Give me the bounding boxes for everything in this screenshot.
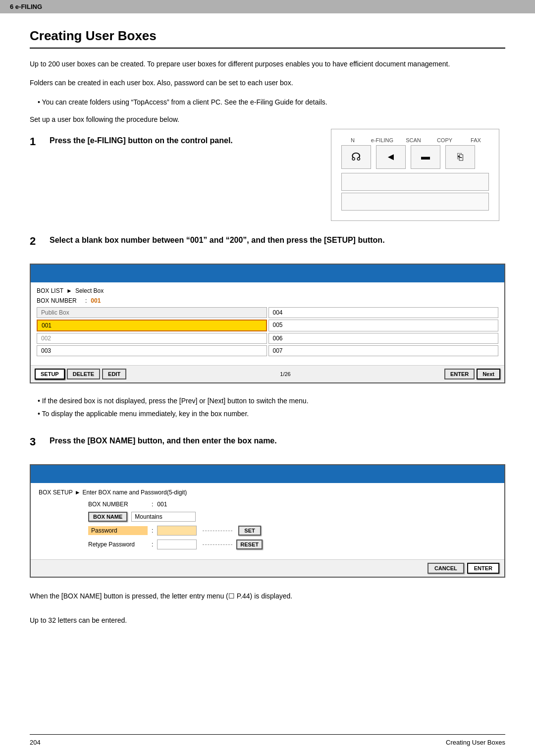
step-2-bullet-1: If the desired box is not displayed, pre…: [38, 395, 309, 406]
step-3-heading: Press the [BOX NAME] button, and then en…: [50, 435, 277, 446]
edit-button[interactable]: EDIT: [102, 369, 126, 379]
hw-btn-fax[interactable]: ⎗: [445, 145, 475, 169]
intro-bullets: You can create folders using “TopAccess”…: [38, 97, 505, 108]
hw-label-n: N: [341, 137, 364, 143]
step-3-number: 3: [30, 435, 44, 448]
step-3-box-number-value: 001: [157, 501, 167, 508]
page-indicator: 1/26: [128, 371, 442, 377]
setup-button[interactable]: SETUP: [35, 369, 65, 379]
step-2-box-number-value: 001: [91, 297, 101, 304]
hw-empty-2: [341, 193, 489, 211]
footer-page-number: 204: [30, 739, 41, 746]
step-3-box-number-label: BOX NUMBER: [88, 501, 148, 508]
page-title: Creating User Boxes: [30, 28, 505, 49]
retype-dashed-line: [203, 544, 232, 545]
pw-colon: :: [152, 527, 153, 534]
box-004[interactable]: 004: [268, 307, 499, 318]
hw-label-copy: COPY: [431, 137, 458, 143]
step-2-nav-arrow: ►: [66, 287, 72, 294]
box-002[interactable]: 002: [37, 333, 267, 344]
step-2-number: 2: [30, 235, 44, 248]
step-3-box-number-row: BOX NUMBER : 001: [88, 501, 496, 508]
step-2-heading: Select a blank box number between “001” …: [50, 235, 385, 246]
enter-button[interactable]: ENTER: [444, 369, 475, 379]
step-2-footer: SETUP DELETE EDIT 1/26 ENTER Next: [31, 365, 504, 382]
enter-button-step3[interactable]: ENTER: [467, 563, 499, 574]
hw-empty-1: [341, 173, 489, 191]
step-2-box-grid: Public Box 004 001 005 002 006 003 007: [37, 307, 498, 356]
step-3-screen: BOX SETUP ► Enter BOX name and Password(…: [30, 464, 505, 578]
intro-bullet-1: You can create folders using “TopAccess”…: [38, 97, 505, 108]
step-2-screen-body: BOX LIST ► Select Box BOX NUMBER : 001 P…: [31, 282, 504, 365]
step-3-retype-row: Retype Password : RESET: [88, 540, 496, 549]
step-3-nav: BOX SETUP ► Enter BOX name and Password(…: [39, 489, 496, 496]
step-3-colon: :: [152, 501, 153, 508]
step-2-bullets: If the desired box is not displayed, pre…: [38, 395, 309, 422]
header-bar: 6 e-FILING: [0, 0, 535, 13]
step-3-nav-text: BOX SETUP: [39, 489, 73, 496]
step-3-screen-header: [31, 465, 504, 483]
step-3-nav-arrow: ►: [75, 489, 81, 496]
set-button[interactable]: SET: [238, 526, 261, 536]
hw-button-container: N e-FILING SCAN COPY FAX ☊ ◄ ▬ ⎗: [341, 137, 489, 169]
step-2-box-number-colon: :: [85, 297, 87, 304]
step-3-boxname-row: BOX NAME: [88, 512, 496, 522]
step-1-content: Press the [e-FILING] button on the contr…: [50, 135, 499, 220]
step-3-footer: CANCEL ENTER: [31, 559, 504, 577]
password-input[interactable]: [157, 526, 197, 536]
step-3: 3 Press the [BOX NAME] button, and then …: [30, 435, 505, 626]
step-3-password-row: Password : SET: [88, 526, 496, 536]
hw-btn-scan[interactable]: ◄: [376, 145, 406, 169]
step-2-box-number-row: BOX NUMBER : 001: [37, 297, 498, 304]
step-2-bullet-2: To display the applicable menu immediate…: [38, 408, 309, 419]
footer-page-label: Creating User Boxes: [446, 739, 505, 746]
step-1-panel: N e-FILING SCAN COPY FAX ☊ ◄ ▬ ⎗: [331, 129, 499, 221]
box-public[interactable]: Public Box: [37, 307, 267, 318]
step-3-screen-body: BOX SETUP ► Enter BOX name and Password(…: [31, 483, 504, 559]
retype-label: Retype Password: [88, 541, 148, 548]
hw-btn-efiling[interactable]: ☊: [341, 145, 371, 169]
box-006[interactable]: 006: [268, 333, 499, 344]
hw-buttons-row: ☊ ◄ ▬ ⎗: [341, 145, 489, 169]
hw-label-efiling: e-FILING: [369, 137, 395, 143]
password-label: Password: [88, 526, 148, 535]
step-2-nav: BOX LIST ► Select Box: [37, 287, 498, 294]
next-button[interactable]: Next: [477, 369, 500, 379]
box-003[interactable]: 003: [37, 345, 267, 356]
step-3-note1: When the [BOX NAME] button is pressed, t…: [30, 591, 292, 601]
step-3-note2: Up to 32 letters can be entered.: [30, 615, 127, 626]
header-section-label: 6 e-FILING: [10, 3, 42, 10]
step-3-nav-target: Enter BOX name and Password(5-digit): [83, 489, 187, 496]
intro-para2: Folders can be created in each user box.…: [30, 77, 505, 88]
boxname-input[interactable]: [131, 512, 196, 522]
box-007[interactable]: 007: [268, 345, 499, 356]
box-001[interactable]: 001: [37, 320, 267, 331]
hw-labels-row: N e-FILING SCAN COPY FAX: [341, 137, 489, 143]
step-2-box-number-label: BOX NUMBER: [37, 297, 81, 304]
delete-button[interactable]: DELETE: [67, 369, 100, 379]
retype-input[interactable]: [157, 540, 197, 549]
step-2-nav-text: BOX LIST: [37, 287, 63, 294]
step-1: 1 Press the [e-FILING] button on the con…: [30, 135, 505, 220]
hw-label-fax: FAX: [463, 137, 489, 143]
retype-colon: :: [152, 541, 153, 548]
step-1-number: 1: [30, 135, 44, 148]
cancel-button[interactable]: CANCEL: [428, 563, 464, 574]
page-footer: 204 Creating User Boxes: [30, 734, 505, 746]
setup-text: Set up a user box following the procedur…: [30, 115, 505, 123]
step-2-nav-target: Select Box: [75, 287, 104, 294]
main-content: Creating User Boxes Up to 200 user boxes…: [0, 13, 535, 669]
step-2-screen: BOX LIST ► Select Box BOX NUMBER : 001 P…: [30, 264, 505, 383]
hw-empty-rows: [341, 173, 489, 211]
hw-label-scan: SCAN: [400, 137, 427, 143]
hw-btn-copy[interactable]: ▬: [411, 145, 440, 169]
step-2-screen-header: [31, 265, 504, 282]
intro-para1: Up to 200 user boxes can be created. To …: [30, 58, 505, 69]
box-005[interactable]: 005: [268, 320, 499, 331]
reset-button[interactable]: RESET: [236, 540, 263, 549]
boxname-button[interactable]: BOX NAME: [88, 512, 127, 522]
pw-dashed-line: [203, 531, 232, 531]
step-2: 2 Select a blank box number between “001…: [30, 235, 505, 422]
